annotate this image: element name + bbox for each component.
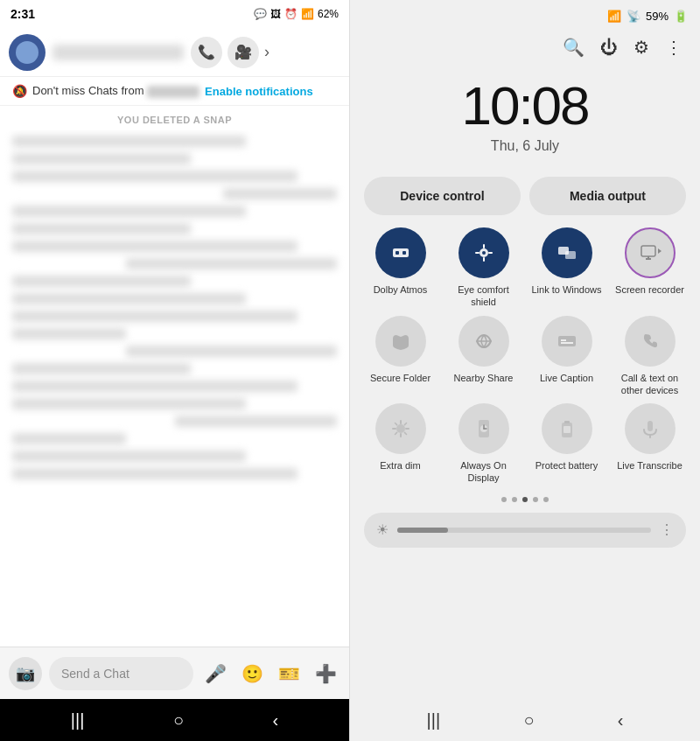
bottom-nav-right: ||| ○ ‹ <box>350 699 700 741</box>
blur-line <box>12 433 126 444</box>
svg-marker-12 <box>658 248 662 254</box>
svg-rect-35 <box>648 421 653 431</box>
left-panel: 2:31 💬 🖼 ⏰ 📶 62% 📞 🎥 › 🔕 Don't miss C <box>0 0 350 741</box>
status-time: 2:31 <box>10 7 35 21</box>
tile-call-text[interactable]: Call & text on other devices <box>612 316 688 397</box>
add-button[interactable]: ➕ <box>311 659 340 689</box>
dot-1 <box>501 497 507 502</box>
tile-extra-dim[interactable]: Extra dim <box>362 403 438 485</box>
live-transcribe-icon <box>625 403 676 454</box>
emoji-button[interactable]: 🙂 <box>237 659 267 689</box>
blur-line <box>126 258 337 269</box>
battery-left: 62% <box>318 8 339 20</box>
brightness-bar[interactable]: ☀ ⋮ <box>364 513 686 548</box>
bottom-nav-left: ||| ○ ‹ <box>0 699 349 741</box>
menu-nav-icon[interactable]: ||| <box>71 710 85 731</box>
back-nav-icon[interactable]: ‹ <box>273 710 279 731</box>
svg-rect-2 <box>402 251 406 255</box>
live-caption-icon <box>542 316 592 367</box>
tile-screen-recorder[interactable]: Screen recorder <box>612 227 688 309</box>
mic-button[interactable]: 🎤 <box>200 659 230 689</box>
blur-line <box>12 328 126 339</box>
wifi-icon: 📶 <box>301 8 314 20</box>
notification-bar: 🔕 Don't miss Chats from Enable notificat… <box>0 77 349 106</box>
home-nav-icon[interactable]: ○ <box>173 710 184 731</box>
tile-link-windows[interactable]: Link to Windows <box>528 227 605 309</box>
pagination-dots <box>350 490 700 509</box>
svg-rect-14 <box>648 256 649 258</box>
enable-notifications-button[interactable]: Enable notifications <box>205 85 313 98</box>
brightness-icon: ☀ <box>376 521 388 538</box>
extra-dim-label: Extra dim <box>380 459 420 472</box>
clock-date: Thu, 6 July <box>350 138 700 154</box>
blur-line <box>12 223 191 234</box>
more-button[interactable]: ⋮ <box>665 37 682 58</box>
tile-always-on-display[interactable]: Always On Display <box>445 403 522 485</box>
blur-line <box>12 136 246 147</box>
tile-live-caption[interactable]: Live Caption <box>528 316 605 397</box>
send-chat-input[interactable]: Send a Chat <box>49 657 193 690</box>
send-chat-placeholder: Send a Chat <box>61 667 130 681</box>
chat-icon: 💬 <box>254 8 267 20</box>
camera-button[interactable]: 📷 <box>9 657 42 690</box>
svg-point-4 <box>482 251 486 255</box>
search-button[interactable]: 🔍 <box>563 37 584 58</box>
protect-battery-icon <box>542 403 592 454</box>
header-actions: 📞 🎥 › <box>191 37 270 68</box>
blur-line <box>12 276 191 287</box>
blur-line <box>223 188 337 199</box>
gallery-icon: 🖼 <box>270 8 281 20</box>
blur-line <box>12 293 246 304</box>
svg-rect-0 <box>393 248 409 257</box>
call-text-icon <box>625 316 676 367</box>
home-nav-right-icon[interactable]: ○ <box>523 710 534 731</box>
sticker-button[interactable]: 🎫 <box>274 659 304 689</box>
link-windows-icon <box>542 227 592 278</box>
call-button[interactable]: 📞 <box>191 37 222 68</box>
nearby-share-icon <box>458 316 509 367</box>
brightness-track[interactable] <box>397 528 651 533</box>
back-nav-right-icon[interactable]: ‹ <box>618 710 624 731</box>
dot-4 <box>533 497 538 502</box>
svg-rect-16 <box>558 336 576 346</box>
media-output-button[interactable]: Media output <box>529 177 686 215</box>
blur-line <box>175 416 338 427</box>
power-button[interactable]: ⏻ <box>600 38 618 58</box>
secure-folder-icon <box>375 316 426 367</box>
camera-icon: 📷 <box>16 664 35 683</box>
svg-rect-33 <box>564 421 570 423</box>
link-windows-label: Link to Windows <box>531 283 601 296</box>
dot-2 <box>512 497 517 502</box>
tile-nearby-share[interactable]: Nearby Share <box>445 316 522 397</box>
screen-recorder-label: Screen recorder <box>615 283 684 296</box>
tile-dolby-atmos[interactable]: Dolby Atmos <box>362 227 438 309</box>
svg-rect-34 <box>564 426 570 433</box>
chevron-right-icon[interactable]: › <box>264 43 270 61</box>
tile-eye-comfort[interactable]: Eye comfort shield <box>445 227 522 309</box>
always-on-display-icon <box>458 403 509 454</box>
avatar <box>9 34 46 71</box>
video-button[interactable]: 🎥 <box>228 37 259 68</box>
svg-line-25 <box>404 433 406 435</box>
blur-line <box>12 468 298 479</box>
blur-line <box>126 346 337 357</box>
tile-live-transcribe[interactable]: Live Transcribe <box>612 403 688 485</box>
clock-area: 10:08 Thu, 6 July <box>350 61 700 163</box>
tile-protect-battery[interactable]: Protect battery <box>528 403 605 485</box>
brightness-more-icon[interactable]: ⋮ <box>660 521 674 538</box>
right-status-icons: 📶 📡 59% 🔋 <box>607 10 688 23</box>
eye-comfort-icon <box>458 227 509 278</box>
settings-button[interactable]: ⚙ <box>634 37 649 58</box>
tile-secure-folder[interactable]: Secure Folder <box>362 316 438 397</box>
svg-line-26 <box>404 423 406 425</box>
status-icons: 💬 🖼 ⏰ 📶 62% <box>254 8 339 20</box>
right-status-bar: 📶 📡 59% 🔋 <box>350 0 700 31</box>
quick-buttons-row: Device control Media output <box>350 163 700 224</box>
nearby-share-label: Nearby Share <box>454 372 514 384</box>
svg-rect-13 <box>646 258 651 260</box>
device-control-button[interactable]: Device control <box>364 177 521 215</box>
tiles-grid: Dolby Atmos Eye comfort shield <box>350 224 700 490</box>
menu-nav-right-icon[interactable]: ||| <box>427 710 441 731</box>
screen-recorder-icon <box>625 227 676 278</box>
svg-rect-1 <box>396 251 399 255</box>
